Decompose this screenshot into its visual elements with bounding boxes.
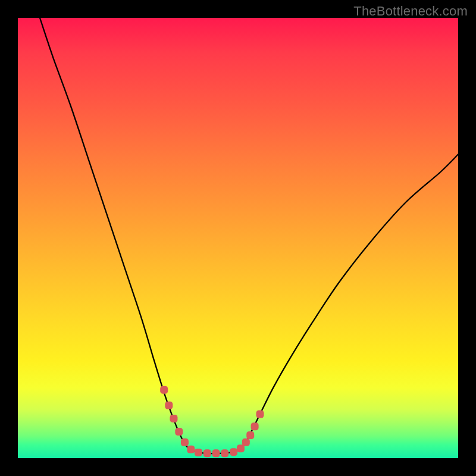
highlight-marker [242,439,250,446]
highlight-marker [246,431,254,439]
highlight-marker [212,449,220,457]
highlight-marker [221,449,228,457]
highlight-marker [181,439,189,446]
highlight-marker [160,386,168,394]
highlight-marker [170,415,177,422]
highlight-marker [230,448,237,456]
highlight-marker [256,411,264,418]
highlight-markers [160,386,264,458]
curve-path [40,18,458,453]
watermark-text: TheBottleneck.com [353,4,468,19]
highlight-marker [165,402,173,409]
highlight-marker [175,428,183,436]
curve-series [40,18,458,453]
bottleneck-curve-chart [18,18,458,458]
highlight-marker [195,449,202,456]
highlight-marker [203,449,211,457]
highlight-marker [251,422,259,430]
highlight-marker [187,446,195,453]
